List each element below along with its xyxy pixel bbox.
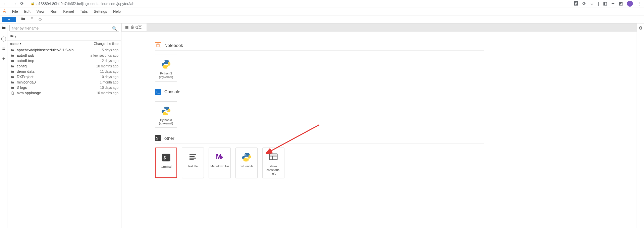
folder-icon <box>10 34 14 39</box>
python-icon <box>161 59 171 70</box>
file-row[interactable]: DXProject10 days ago <box>7 74 121 79</box>
new-launcher-button[interactable]: + <box>2 17 16 22</box>
svg-text:$_: $_ <box>164 156 169 160</box>
file-row[interactable]: autodl-tmp2 days ago <box>7 58 121 63</box>
running-tab-icon[interactable]: ◯ <box>1 36 6 41</box>
puzzle-icon[interactable]: ✦ <box>611 1 615 6</box>
folder-icon <box>10 70 15 73</box>
svg-point-6 <box>167 113 168 114</box>
svg-point-3 <box>164 61 165 62</box>
listing-header: name▾ Change the time <box>7 40 121 47</box>
menu-help[interactable]: Help <box>110 9 123 14</box>
toc-tab-icon[interactable]: ≡ <box>2 46 5 51</box>
other-section-icon: $_ <box>155 135 161 141</box>
console-section-title: Console <box>164 89 180 94</box>
menu-file[interactable]: File <box>9 9 21 14</box>
browser-extensions: 🅰 ⟳ ☆ | ◧ ✦ ◩ ⋮ <box>574 1 641 7</box>
tab-launcher[interactable]: ▦ 启动页 <box>122 23 147 31</box>
search-icon: 🔍 <box>112 26 117 31</box>
file-row[interactable]: nvm.appimage10 months ago <box>7 90 121 96</box>
console-python3-card[interactable]: Python 3 (ipykernel) <box>155 101 177 128</box>
python-icon <box>161 106 171 116</box>
card-label: show contextual help <box>263 165 283 175</box>
notebook-card-label: Python 3 (ipykernel) <box>156 72 176 79</box>
url-bar[interactable]: 🔒 a138894-80bf-0a7db3f2.beijingx.seetacl… <box>27 1 571 6</box>
section-other: $_ other $_terminaltext fileMMarkdown fi… <box>155 135 484 178</box>
menu-run[interactable]: Run <box>48 9 60 14</box>
extension-icon-1[interactable]: ◧ <box>603 1 607 6</box>
browser-chrome: ← → ⟳ 🔒 a138894-80bf-0a7db3f2.beijingx.s… <box>0 0 644 7</box>
file-name: demo-data <box>17 69 75 73</box>
file-time: 11 days ago <box>75 70 118 73</box>
extensions-tab-icon[interactable]: ✦ <box>2 56 6 61</box>
launcher-card-terminal[interactable]: $_terminal <box>155 148 177 178</box>
svg-rect-2 <box>157 45 159 45</box>
card-label: Markdown file <box>210 165 229 171</box>
folder-icon <box>10 86 15 90</box>
file-listing: apache-dolphinscheduler-3.1.5-bin5 days … <box>7 47 121 228</box>
reload-button[interactable]: ⟳ <box>20 1 24 6</box>
svg-rect-16 <box>270 154 277 160</box>
menu-kernel[interactable]: Kernel <box>61 9 77 14</box>
svg-rect-11 <box>190 158 196 159</box>
folder-icon <box>10 80 15 84</box>
file-row[interactable]: autodl-puba few seconds ago <box>7 53 121 58</box>
col-time-header[interactable]: Change the time <box>75 42 118 46</box>
new-folder-icon[interactable] <box>21 16 25 22</box>
refresh-icon[interactable]: ⟳ <box>39 17 42 22</box>
launcher-card-markdown[interactable]: MMarkdown file <box>209 148 231 178</box>
lock-icon: 🔒 <box>31 2 35 5</box>
console-section-icon: ›_ <box>155 89 161 95</box>
menu-view[interactable]: View <box>34 9 47 14</box>
jupyter-logo <box>1 8 7 14</box>
breadcrumb[interactable]: / <box>7 33 121 40</box>
menu-settings[interactable]: Settings <box>91 9 110 14</box>
secure-icon[interactable]: ⟳ <box>582 1 586 6</box>
file-row[interactable]: tf-logs10 days ago <box>7 85 121 90</box>
svg-text:M: M <box>216 153 222 160</box>
menubar: File Edit View Run Kernel Tabs Settings … <box>0 7 644 15</box>
filter-input[interactable] <box>9 25 119 32</box>
menu-edit[interactable]: Edit <box>21 9 33 14</box>
contextual-icon <box>268 152 279 163</box>
file-row[interactable]: demo-data11 days ago <box>7 69 121 74</box>
file-row[interactable]: apache-dolphinscheduler-3.1.5-bin5 days … <box>7 47 121 53</box>
breadcrumb-path: / <box>15 34 16 39</box>
folder-icon <box>10 64 15 68</box>
ext-sep: | <box>598 1 599 6</box>
file-name: apache-dolphinscheduler-3.1.5-bin <box>17 48 75 52</box>
file-time: 5 days ago <box>75 48 118 52</box>
svg-point-5 <box>164 108 165 109</box>
markdown-icon: M <box>214 152 225 163</box>
translate-icon[interactable]: 🅰 <box>574 1 578 6</box>
upload-icon[interactable]: ⤒ <box>30 17 34 22</box>
launcher-card-python[interactable]: python file <box>235 148 258 178</box>
tab-bar: ▦ 启动页 <box>121 23 637 32</box>
col-name-header[interactable]: name▾ <box>10 42 75 46</box>
svg-rect-10 <box>190 156 195 157</box>
notebook-python3-card[interactable]: Python 3 (ipykernel) <box>155 55 177 81</box>
file-name: autodl-pub <box>17 53 75 57</box>
file-name: DXProject <box>17 75 75 79</box>
extension-icon-2[interactable]: ◩ <box>619 1 623 6</box>
file-row[interactable]: config10 months ago <box>7 63 121 69</box>
workarea: ▦ 启动页 Notebook <box>121 23 637 228</box>
browser-menu-icon[interactable]: ⋮ <box>637 1 641 6</box>
file-icon <box>10 91 15 95</box>
property-inspector-icon[interactable]: ⚙ <box>639 25 643 31</box>
launcher-card-text[interactable]: text file <box>182 148 204 178</box>
profile-avatar[interactable] <box>627 1 633 7</box>
section-console: ›_ Console Python 3 (ipykernel) <box>155 89 484 128</box>
file-name: config <box>17 64 75 68</box>
star-icon[interactable]: ☆ <box>590 1 594 6</box>
menu-tabs[interactable]: Tabs <box>77 9 90 14</box>
svg-rect-9 <box>190 154 196 155</box>
folder-tab-icon[interactable] <box>1 25 6 31</box>
file-row[interactable]: miniconda31 month ago <box>7 79 121 85</box>
file-time: 10 days ago <box>75 86 118 90</box>
forward-button[interactable]: → <box>12 1 17 6</box>
right-sidebar: ⚙ <box>637 23 644 228</box>
launcher-card-contextual[interactable]: show contextual help <box>262 148 284 178</box>
file-time: 2 days ago <box>75 59 118 63</box>
back-button[interactable]: ← <box>3 1 7 6</box>
